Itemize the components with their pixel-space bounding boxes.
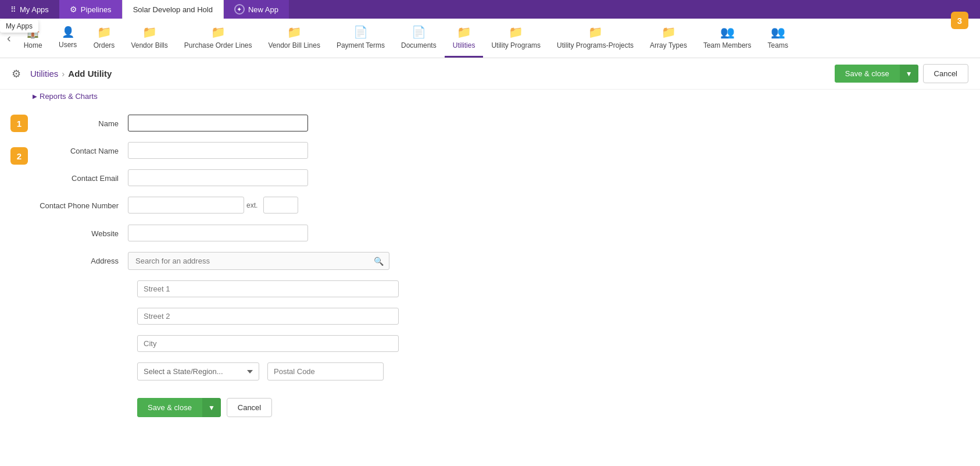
team-members-icon: 👥 [720,25,735,39]
postal-input[interactable] [267,362,384,380]
street1-row [35,280,945,297]
nav-teams[interactable]: 👥 Teams [760,19,796,58]
nav-documents[interactable]: 📄 Documents [393,19,445,58]
city-input[interactable] [137,335,399,352]
state-postal-group: Select a State/Region... [137,362,384,380]
address-search-wrap: 🔍 [128,252,389,270]
bottom-save-close-group: Save & close ▼ [137,398,221,417]
page-toolbar: ⚙ Utilities › Add Utility Save & close ▼… [0,58,980,90]
cancel-button-top[interactable]: Cancel [923,64,968,83]
my-apps-tooltip: My Apps [0,20,38,33]
street2-row [35,308,945,325]
nav-orders[interactable]: 📁 Orders [85,19,123,58]
breadcrumb-current: Add Utility [68,69,112,79]
save-close-dropdown-button[interactable]: ▼ [900,65,918,83]
city-row [35,335,945,352]
reports-charts-link[interactable]: Reports & Charts [33,92,968,101]
new-app-icon: ✦ [234,4,245,15]
name-input[interactable] [128,115,308,131]
new-app-tab[interactable]: ✦ New App [224,0,289,19]
nav-array-types[interactable]: 📁 Array Types [642,19,695,58]
contact-email-input[interactable] [128,169,308,186]
nav-team-members[interactable]: 👥 Team Members [695,19,760,58]
grid-icon: ⠿ [10,5,16,14]
orders-icon: 📁 [97,25,112,39]
bottom-save-close-dropdown[interactable]: ▼ [202,398,221,417]
bottom-cancel-button[interactable]: Cancel [227,398,272,417]
nav-users[interactable]: 👤 Users [51,19,85,58]
top-bar: ⠿ My Apps My Apps ⚙ Pipelines Solar Deve… [0,0,980,19]
nav-utilities[interactable]: 📁 Utilities [445,19,484,58]
payment-terms-icon: 📄 [353,25,368,39]
contact-name-input[interactable] [128,142,308,159]
utility-programs-projects-icon: 📁 [588,25,603,39]
nav-bar: ‹ 🏠 Home 👤 Users 📁 Orders 📁 Vendor Bills… [0,19,980,58]
bottom-buttons: Save & close ▼ Cancel [35,398,945,417]
pipelines-tab[interactable]: ⚙ Pipelines [59,0,122,19]
contact-phone-label: Contact Phone Number [35,197,128,210]
contact-email-row: Contact Email [35,169,945,186]
contact-phone-row: Contact Phone Number ext. [35,197,945,214]
website-label: Website [35,225,128,238]
website-row: Website [35,225,945,241]
state-select[interactable]: Select a State/Region... [137,362,259,380]
name-label: Name [35,115,128,128]
array-types-icon: 📁 [661,25,676,39]
page: ⚙ Utilities › Add Utility Save & close ▼… [0,58,980,466]
save-close-main-button[interactable]: Save & close [835,65,900,83]
my-apps-tab[interactable]: ⠿ My Apps My Apps [0,0,59,19]
contact-name-row: Contact Name [35,142,945,159]
address-search-input[interactable] [128,252,389,270]
state-postal-row: Select a State/Region... [35,362,945,380]
nav-purchase-order-lines[interactable]: 📁 Purchase Order Lines [176,19,260,58]
website-input[interactable] [128,225,308,241]
address-search-icon: 🔍 [374,257,384,266]
users-icon: 👤 [62,26,74,38]
nav-payment-terms[interactable]: 📄 Payment Terms [328,19,393,58]
breadcrumb-separator: › [62,69,65,79]
address-row: Address 🔍 [35,252,945,270]
contact-phone-input[interactable] [128,197,244,214]
nav-vendor-bill-lines[interactable]: 📁 Vendor Bill Lines [260,19,328,58]
step-3-badge: 3 [951,12,968,29]
reports-charts-row: Reports & Charts [0,90,980,103]
save-close-button-group: Save & close ▼ [835,65,918,83]
nav-utility-programs[interactable]: 📁 Utility Programs [483,19,549,58]
breadcrumb-parent[interactable]: Utilities [30,69,58,79]
bottom-save-close-button[interactable]: Save & close [137,398,202,417]
contact-name-label: Contact Name [35,142,128,155]
contact-email-label: Contact Email [35,169,128,183]
settings-icon[interactable]: ⚙ [12,67,21,80]
solar-tab[interactable]: Solar Develop and Hold [122,0,224,19]
teams-icon: 👥 [771,25,785,39]
breadcrumb: Utilities › Add Utility [30,69,830,79]
vendor-bill-lines-icon: 📁 [287,25,302,39]
pipelines-icon: ⚙ [70,5,77,14]
form-container: 1 Name 2 Contact Name Contact Email Cont… [0,103,980,440]
nav-vendor-bills[interactable]: 📁 Vendor Bills [123,19,176,58]
street2-input[interactable] [137,308,399,325]
step-1-badge: 1 [10,115,28,132]
utility-programs-icon: 📁 [509,25,523,39]
contact-phone-ext-input[interactable] [263,197,298,214]
nav-utility-programs-projects[interactable]: 📁 Utility Programs-Projects [549,19,642,58]
utilities-icon: 📁 [457,25,471,39]
documents-icon: 📄 [412,25,426,39]
ext-label: ext. [244,197,260,214]
purchase-order-lines-icon: 📁 [211,25,226,39]
street1-input[interactable] [137,280,399,297]
address-label: Address [35,252,128,265]
step-2-badge: 2 [10,147,28,165]
name-row: Name [35,115,945,131]
vendor-bills-icon: 📁 [142,25,157,39]
toolbar-right: Save & close ▼ Cancel [835,64,968,83]
